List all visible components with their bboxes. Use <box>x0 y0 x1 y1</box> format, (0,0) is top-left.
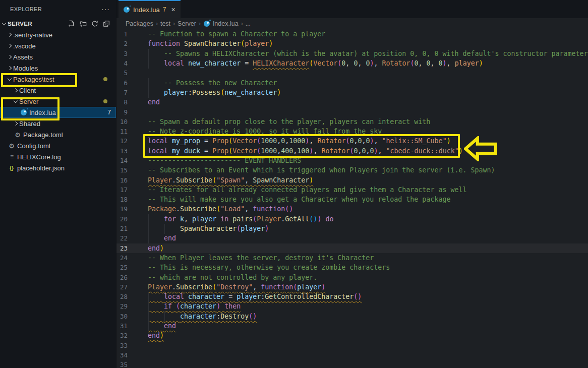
sidebar-item-packages-test[interactable]: Packages\test <box>0 74 116 85</box>
sidebar-item-helixcore-log[interactable]: ≡HELIXCore.log <box>0 151 116 162</box>
breadcrumb-item-packages[interactable]: Packages <box>126 20 153 27</box>
line-content: local my_prop = Prop(Vector(1000,0,1000)… <box>148 137 451 145</box>
more-actions-icon[interactable]: ··· <box>101 5 110 13</box>
breadcrumb-label: Index.lua <box>213 20 239 27</box>
new-file-icon[interactable] <box>68 20 75 27</box>
line-number: 33 <box>116 342 128 349</box>
breadcrumb-label: ... <box>246 20 251 27</box>
breadcrumb-item-server[interactable]: Server <box>178 20 196 27</box>
breadcrumb-item-index-lua[interactable]: Index.lua <box>203 20 239 27</box>
explorer-section-server[interactable]: SERVER <box>0 18 116 29</box>
code-line-16[interactable]: 16Player.Subscribe("Spawn", SpawnCharact… <box>116 175 588 185</box>
refresh-icon[interactable] <box>91 20 98 27</box>
line-number: 31 <box>116 322 128 330</box>
code-line-33[interactable]: 33 <box>116 341 588 350</box>
line-content: Package.Subscribe("Load", function() <box>148 205 293 213</box>
code-line-15[interactable]: 15-- Subscribes to an Event which is tri… <box>116 165 588 175</box>
code-line-13[interactable]: 13local my_duck = Prop(Vector(1000,400,1… <box>116 146 588 156</box>
item-label: HELIXCore.log <box>17 153 61 161</box>
code-line-9[interactable]: 9 <box>116 107 588 116</box>
code-editor[interactable]: 1-- Function to spawn a Character to a p… <box>116 29 588 368</box>
breadcrumb-separator: › <box>173 20 175 27</box>
chevron-right-icon <box>8 55 12 59</box>
tab-index-lua[interactable]: Index.lua 7 × <box>119 0 181 18</box>
explorer-title: EXPLORER <box>10 6 101 12</box>
sidebar-item--vscode[interactable]: .vscode <box>0 40 116 51</box>
breadcrumb-item-test[interactable]: test <box>160 20 170 27</box>
code-line-26[interactable]: 26-- which are not controlled by any pla… <box>116 272 588 282</box>
chevron-right-icon <box>8 44 12 48</box>
line-number: 20 <box>116 215 128 223</box>
line-content: SpawnCharacter(player) <box>148 225 269 232</box>
sidebar-item-modules[interactable]: Modules <box>0 63 116 74</box>
line-content: -- This will make sure you also get a Ch… <box>148 196 450 203</box>
sidebar-item--sentry-native[interactable]: .sentry-native <box>0 29 116 40</box>
line-number: 4 <box>116 59 128 67</box>
code-line-29[interactable]: 29 if (character) then <box>116 301 588 311</box>
code-line-23[interactable]: 23end) <box>116 243 588 253</box>
code-line-8[interactable]: 8end <box>116 97 588 107</box>
code-line-4[interactable]: 4 local new_character = HELIXCharacter(V… <box>116 58 588 68</box>
code-line-19[interactable]: 19Package.Subscribe("Load", function() <box>116 204 588 214</box>
sidebar-item-server[interactable]: Server <box>0 96 116 107</box>
code-line-1[interactable]: 1-- Function to spawn a Character to a p… <box>116 29 588 39</box>
code-line-32[interactable]: 32end) <box>116 331 588 340</box>
sidebar-item-assets[interactable]: Assets <box>0 51 116 63</box>
problems-badge: 7 <box>107 109 111 116</box>
sidebar-item-placeholder-json[interactable]: {}placeholder.json <box>0 162 116 173</box>
item-label: .vscode <box>13 42 36 50</box>
code-line-34[interactable]: 34 <box>116 350 588 360</box>
sidebar-item-package-toml[interactable]: ⚙Package.toml <box>0 129 116 140</box>
line-number: 18 <box>116 196 128 203</box>
item-label: Shared <box>19 120 40 128</box>
tab-bar: Index.lua 7 × <box>116 0 588 18</box>
lua-file-icon <box>123 6 130 13</box>
line-content: -- When Player leaves the server, destro… <box>148 254 374 262</box>
code-line-17[interactable]: 17-- Iterates for all already connected … <box>116 185 588 195</box>
file-tree: .sentry-native.vscodeAssetsModulesPackag… <box>0 29 116 173</box>
code-line-20[interactable]: 20 for k, player in pairs(Player.GetAll(… <box>116 214 588 224</box>
code-line-18[interactable]: 18-- This will make sure you also get a … <box>116 195 588 204</box>
code-line-25[interactable]: 25-- This is necessary, otherwise you cr… <box>116 263 588 272</box>
chevron-down-icon <box>8 76 12 80</box>
sidebar-item-shared[interactable]: Shared <box>0 118 116 129</box>
code-line-24[interactable]: 24-- When Player leaves the server, dest… <box>116 253 588 263</box>
sidebar-item-client[interactable]: Client <box>0 85 116 96</box>
sidebar-item-config-toml[interactable]: ⚙Config.toml <box>0 140 116 151</box>
code-line-10[interactable]: 10-- Spawn a default prop close to the p… <box>116 117 588 127</box>
code-line-30[interactable]: 30 character:Destroy() <box>116 312 588 321</box>
collapse-all-icon[interactable] <box>103 20 110 27</box>
code-line-31[interactable]: 31 end <box>116 321 588 331</box>
code-line-7[interactable]: 7 player:Possess(new_character) <box>116 88 588 97</box>
code-line-11[interactable]: 11-- Note z-coordinate is 1000, so it wi… <box>116 127 588 136</box>
code-line-12[interactable]: 12local my_prop = Prop(Vector(1000,0,100… <box>116 136 588 146</box>
code-line-27[interactable]: 27Player.Subscribe("Destroy", function(p… <box>116 282 588 292</box>
code-line-5[interactable]: 5 <box>116 68 588 78</box>
line-number: 35 <box>116 361 128 368</box>
breadcrumb-item--[interactable]: ... <box>246 20 251 27</box>
section-label: SERVER <box>8 21 68 27</box>
line-content: -- Iterates for all already connected pl… <box>148 186 466 194</box>
tab-label: Index.lua <box>133 6 160 14</box>
code-line-35[interactable]: 35 <box>116 360 588 368</box>
code-line-2[interactable]: 2function SpawnCharacter(player) <box>116 39 588 48</box>
vscode-window: EXPLORER ··· SERVER .sentry-native.vscod… <box>0 0 588 368</box>
line-content: end <box>148 322 176 330</box>
close-icon[interactable]: × <box>171 6 175 14</box>
modified-dot <box>103 99 107 103</box>
breadcrumb: Packages›test›Server›Index.lua›... <box>116 18 588 29</box>
line-content: -- This is necessary, otherwise you crea… <box>148 264 390 271</box>
line-content: if (character) then <box>148 302 241 310</box>
code-line-28[interactable]: 28 local character = player:GetControlle… <box>116 292 588 301</box>
json-icon: {} <box>8 164 15 171</box>
line-number: 6 <box>116 79 128 87</box>
code-line-22[interactable]: 22 end <box>116 233 588 243</box>
code-line-14[interactable]: 14----------------------- EVENT HANDLERS <box>116 156 588 165</box>
editor-area: Index.lua 7 × Packages›test›Server›Index… <box>116 0 588 368</box>
code-line-3[interactable]: 3 -- Spawns a HELIXCharacter (which is t… <box>116 49 588 58</box>
new-folder-icon[interactable] <box>80 20 87 27</box>
code-line-21[interactable]: 21 SpawnCharacter(player) <box>116 224 588 233</box>
sidebar-item-index-lua[interactable]: Index.lua7 <box>0 107 116 118</box>
code-line-6[interactable]: 6 -- Possess the new Character <box>116 78 588 87</box>
lua-icon <box>20 109 27 116</box>
